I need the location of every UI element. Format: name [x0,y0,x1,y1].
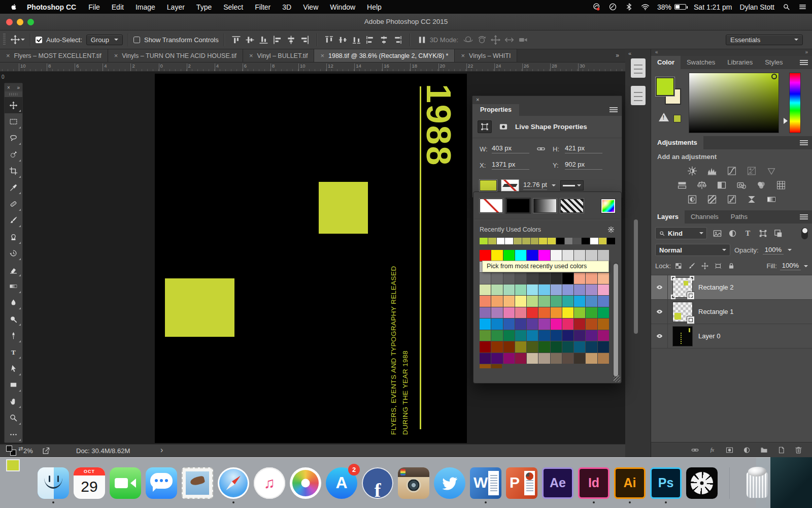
color-swatch[interactable] [527,284,538,296]
properties-close-icon[interactable]: × [472,96,622,104]
more-tabs-button[interactable]: » [610,49,625,62]
dist-vcenter-icon[interactable] [337,35,349,45]
color-swatch[interactable] [503,330,515,341]
stroke-style-dropdown[interactable] [560,180,584,190]
bluetooth-icon[interactable] [625,3,633,11]
color-swatch[interactable] [515,341,526,353]
align-hcenter-icon[interactable] [285,35,297,45]
document-tab[interactable]: ×1988.tif @ 38.6% (Rectangle 2, CMYK/8) … [314,49,455,62]
layer-visibility-cell[interactable] [651,300,668,324]
lock-lock-icon[interactable] [727,262,735,270]
panel-scrollbar[interactable] [634,219,638,334]
recent-color-swatch[interactable] [607,238,615,244]
color-swatch[interactable] [480,296,491,307]
foreground-color-swatch[interactable] [656,77,674,96]
color-swatch[interactable] [551,273,562,284]
orbit-icon[interactable] [462,35,474,45]
color-swatch[interactable] [503,250,515,261]
dock-calendar[interactable]: OCT29 [74,467,105,499]
menu-layer[interactable]: Layer [167,3,185,11]
lock-checker-icon[interactable] [674,262,683,270]
color-swatch[interactable] [480,330,491,341]
brush-icon[interactable] [688,262,696,270]
document-tab[interactable]: ×Vinyls – WHITI [455,49,517,62]
color-swatch[interactable] [551,296,562,307]
fill-field[interactable]: 100% [780,262,801,270]
dock-messages[interactable] [146,467,177,499]
gradient-fill-button[interactable] [533,199,557,213]
filter-kind-dropdown[interactable]: Kind [655,227,707,239]
color-swatch[interactable] [503,284,515,296]
layer-row[interactable]: Rectangle 2 [651,275,812,300]
dock-twitter[interactable] [434,467,465,499]
document-canvas[interactable]: 1988 FLYERS, EVENTS AND TYPOGRAPHY RELEA… [155,74,467,443]
dist-top-icon[interactable] [323,35,335,45]
color-swatch[interactable] [586,353,597,364]
menu-filter[interactable]: Filter [255,3,270,11]
align-left-icon[interactable] [272,35,283,45]
color-swatch[interactable] [598,250,609,261]
color-swatch[interactable] [515,330,526,341]
color-swatch[interactable] [491,319,502,330]
dock-facetime[interactable] [110,467,141,499]
color-swatch[interactable] [480,341,491,353]
color-swatch[interactable] [574,341,585,353]
color-swatch[interactable] [503,307,515,319]
recent-color-swatch[interactable] [480,238,488,244]
color-swatch[interactable] [562,250,573,261]
dodge-tool[interactable] [5,311,22,327]
resize-handle-icon[interactable] [614,375,620,382]
recent-color-swatch[interactable] [573,238,581,244]
menu-file[interactable]: File [88,3,100,11]
dock-photos[interactable] [290,467,321,499]
color-swatch[interactable] [562,307,573,319]
clone-tool[interactable] [5,229,22,245]
color-swatch[interactable] [574,307,585,319]
foreground-background-mini[interactable]: ⇄ [6,446,23,458]
color-swatch[interactable] [562,341,573,353]
tab-styles[interactable]: Styles [759,56,789,69]
color-swatch[interactable] [527,296,538,307]
pixel-filter-icon[interactable] [712,229,723,238]
battery-status[interactable]: 38% [657,3,686,11]
tab-layers[interactable]: Layers [651,210,685,224]
color-swatch[interactable] [574,319,585,330]
menu-edit[interactable]: Edit [112,3,124,11]
color-swatch[interactable] [491,296,502,307]
color-swatch[interactable] [515,250,526,261]
mask-properties-icon[interactable] [496,120,511,133]
stroke-width-field[interactable]: 12.76 pt [523,181,547,190]
color-selection-ring[interactable] [771,74,777,79]
dist-bottom-icon[interactable] [351,35,362,45]
color-swatch[interactable] [491,250,502,261]
color-swatch[interactable] [551,341,562,353]
pathsel-tool[interactable] [5,360,22,376]
color-swatch[interactable] [574,250,585,261]
recent-color-swatch[interactable] [582,238,590,244]
menu-help[interactable]: Help [367,3,382,11]
notification-center-icon[interactable] [798,3,807,11]
eyedropper-tool[interactable] [5,179,22,196]
color-swatch[interactable] [598,341,609,353]
tab-swatches[interactable]: Swatches [681,56,721,69]
dock-serato[interactable] [686,467,718,499]
close-tab-icon[interactable]: × [461,52,465,59]
color-swatch[interactable] [491,273,502,284]
horizontal-ruler[interactable]: 108642024681012141618202224262830 [0,62,625,72]
recent-color-swatch[interactable] [599,238,607,244]
tab-paths[interactable]: Paths [725,210,754,224]
quick-select-tool[interactable] [5,146,22,163]
exposure-adjustment-icon[interactable] [746,166,758,176]
layer-name[interactable]: Layer 0 [698,332,720,340]
color-swatch[interactable] [598,330,609,341]
share-icon[interactable] [42,447,50,455]
eraser-tool[interactable] [5,262,22,278]
recent-color-swatch[interactable] [497,238,505,244]
color-swatch[interactable] [480,307,491,319]
color-swatch[interactable] [503,341,515,353]
lock-frame-icon[interactable] [714,262,722,270]
document-tab[interactable]: ×Flyers – MOST EXCELLENT.tif [0,49,108,62]
brightness-adjustment-icon[interactable] [686,166,698,176]
recent-color-swatch[interactable] [590,238,598,244]
color-swatch[interactable] [598,353,609,364]
